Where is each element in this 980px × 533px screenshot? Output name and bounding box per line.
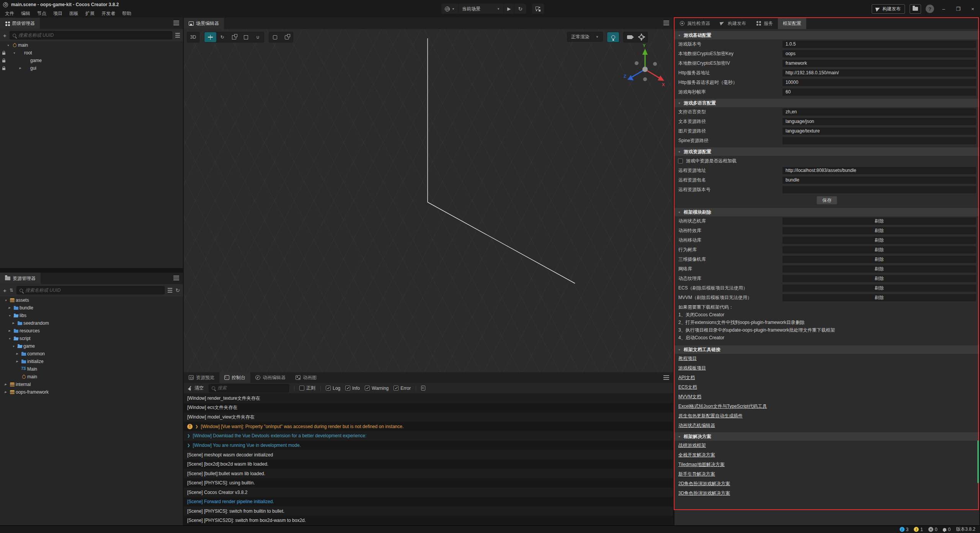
asset-node[interactable]: libs: [0, 312, 183, 319]
open-project-folder-button[interactable]: [910, 4, 921, 14]
doc-link[interactable]: ECS文档: [678, 383, 697, 392]
doc-link[interactable]: 游戏模板项目: [678, 363, 706, 373]
preview-target-button[interactable]: ▼: [441, 4, 459, 14]
scale-tool-button[interactable]: [228, 32, 240, 42]
solution-link[interactable]: 新手引导解决方案: [678, 469, 715, 479]
log-filter-checkbox[interactable]: Log: [326, 386, 340, 391]
regex-checkbox[interactable]: 正则: [299, 385, 315, 391]
tab-framework-config[interactable]: 框架配置: [778, 18, 806, 29]
log-file-icon[interactable]: [421, 386, 425, 391]
orientation-gizmo[interactable]: X Y Z: [618, 43, 672, 96]
asset-node[interactable]: seedrandom: [0, 319, 183, 327]
expand-collapse-icon[interactable]: [175, 33, 180, 38]
tree-chevron-icon[interactable]: [5, 299, 10, 302]
asset-node[interactable]: initialize: [0, 358, 183, 365]
pivot-toggle-button[interactable]: [269, 32, 281, 42]
tree-chevron-icon[interactable]: [8, 337, 13, 340]
assets-search-input[interactable]: 搜索名称或 UUID: [16, 286, 165, 294]
tree-chevron-icon[interactable]: [8, 314, 13, 317]
section-basic-config[interactable]: 游戏基础配置: [675, 31, 979, 39]
asset-node[interactable]: Main: [0, 365, 183, 373]
field-input[interactable]: language/texture: [782, 128, 976, 135]
field-input[interactable]: [782, 186, 976, 193]
menu-item[interactable]: 文件: [2, 9, 18, 18]
hierarchy-search-input[interactable]: 搜索名称或 UUID: [10, 31, 172, 39]
tab-animation-editor[interactable]: 动画编辑器: [250, 372, 291, 383]
trim-module-button[interactable]: 剔除: [782, 217, 976, 225]
maximize-button[interactable]: ❐: [953, 6, 963, 12]
hierarchy-node[interactable]: root: [0, 49, 183, 57]
trim-module-button[interactable]: 剔除: [782, 246, 976, 253]
menu-item[interactable]: 帮助: [119, 9, 135, 18]
menu-item[interactable]: 项目: [50, 9, 66, 18]
section-resource-config[interactable]: 游戏资源配置: [675, 147, 979, 156]
log-row[interactable]: ! ❯ [Window] [Vue warn]: Property "onInp…: [184, 422, 673, 432]
field-input[interactable]: 10000: [782, 79, 976, 86]
menu-item[interactable]: 开发者: [98, 9, 119, 18]
log-row[interactable]: [Scene] [bullet]:bullet wasm lib loaded.: [184, 469, 673, 478]
asset-node[interactable]: oops-framework: [0, 388, 183, 396]
solution-link[interactable]: 战棋游戏框架: [678, 441, 706, 450]
solution-link[interactable]: 全栈开发解决方案: [678, 450, 715, 460]
tree-chevron-icon[interactable]: [16, 360, 21, 363]
asset-node[interactable]: assets: [0, 296, 183, 304]
field-input[interactable]: framework: [782, 60, 976, 67]
log-row[interactable]: [Window] model_view文件夹存在: [184, 412, 673, 422]
asset-node[interactable]: internal: [0, 381, 183, 388]
field-input[interactable]: http://localhost:8083/assets/bundle: [782, 167, 976, 174]
filter-assets-icon[interactable]: [168, 288, 172, 293]
menu-item[interactable]: 扩展: [82, 9, 98, 18]
field-input[interactable]: oops: [782, 50, 976, 57]
gizmo-tool-button[interactable]: ∪: [252, 32, 264, 42]
doc-link[interactable]: 动画状态机编辑器: [678, 421, 715, 430]
console-search-input[interactable]: 搜索: [209, 384, 289, 392]
mode-3d-button[interactable]: 3D: [187, 32, 199, 42]
checkbox-icon[interactable]: [678, 159, 683, 163]
lighting-toggle-button[interactable]: [607, 32, 619, 42]
panel-menu-icon[interactable]: [663, 21, 669, 26]
doc-link[interactable]: 原生包热更新配置自动生成插件: [678, 411, 743, 421]
tree-chevron-icon[interactable]: [16, 352, 21, 355]
field-input[interactable]: language/json: [782, 118, 976, 125]
menu-item[interactable]: 节点: [34, 9, 50, 18]
trim-module-button[interactable]: 剔除: [782, 284, 976, 292]
doc-link[interactable]: Excel格式转Json文件与TypeScript代码工具: [678, 402, 767, 411]
tree-chevron-icon[interactable]: [19, 67, 24, 70]
log-row[interactable]: [Scene] [PHYSICS]: using builtin.: [184, 478, 673, 488]
tree-chevron-icon[interactable]: [12, 345, 17, 348]
asset-node[interactable]: resources: [0, 327, 183, 335]
trim-module-button[interactable]: 剔除: [782, 294, 976, 301]
move-tool-button[interactable]: [204, 32, 216, 42]
scrollbar-thumb[interactable]: [977, 440, 979, 483]
build-publish-button[interactable]: 构建发布: [872, 4, 905, 14]
render-mode-select[interactable]: 正常渲染 ▼: [567, 32, 603, 42]
save-button[interactable]: 保存: [817, 196, 837, 204]
warning-counter[interactable]: ! 1: [914, 527, 923, 532]
scene-settings-button[interactable]: [635, 32, 647, 42]
trim-module-button[interactable]: 剔除: [782, 237, 976, 244]
log-row[interactable]: [Scene] Forward render pipeline initiali…: [184, 497, 673, 507]
asset-node[interactable]: main: [0, 373, 183, 381]
log-row[interactable]: [Scene] Cocos Creator v3.8.2: [184, 487, 673, 497]
log-row[interactable]: [Scene] [box2d]:box2d wasm lib loaded.: [184, 459, 673, 469]
field-input[interactable]: http://192.168.0.150/main/: [782, 69, 976, 77]
log-filter-checkbox[interactable]: Error: [394, 386, 411, 391]
trim-module-button[interactable]: 剔除: [782, 256, 976, 263]
tab-animation-graph[interactable]: 动画图: [291, 372, 322, 383]
tree-chevron-icon[interactable]: [8, 306, 13, 309]
scene-viewport[interactable]: 3D ↻ ∪ 正常渲染 ▼: [184, 29, 673, 372]
tab-console[interactable]: 控制台: [219, 372, 250, 383]
solution-link[interactable]: 2D角色扮演游戏解决方案: [678, 479, 730, 489]
log-filter-checkbox[interactable]: Warning: [365, 386, 389, 391]
tree-chevron-icon[interactable]: [7, 44, 12, 47]
menu-item[interactable]: 面板: [66, 9, 82, 18]
section-module-trim[interactable]: 框架模块剔除: [675, 208, 979, 216]
hierarchy-node[interactable]: main: [0, 41, 183, 49]
field-input[interactable]: 1.0.5: [782, 41, 976, 48]
panel-menu-icon[interactable]: [173, 276, 179, 281]
hierarchy-node[interactable]: game: [0, 57, 183, 64]
menu-item[interactable]: 编辑: [18, 9, 34, 18]
log-filter-checkbox[interactable]: Info: [345, 386, 360, 391]
notification-counter[interactable]: 0: [943, 527, 951, 532]
sort-assets-icon[interactable]: ⇅: [10, 288, 13, 293]
